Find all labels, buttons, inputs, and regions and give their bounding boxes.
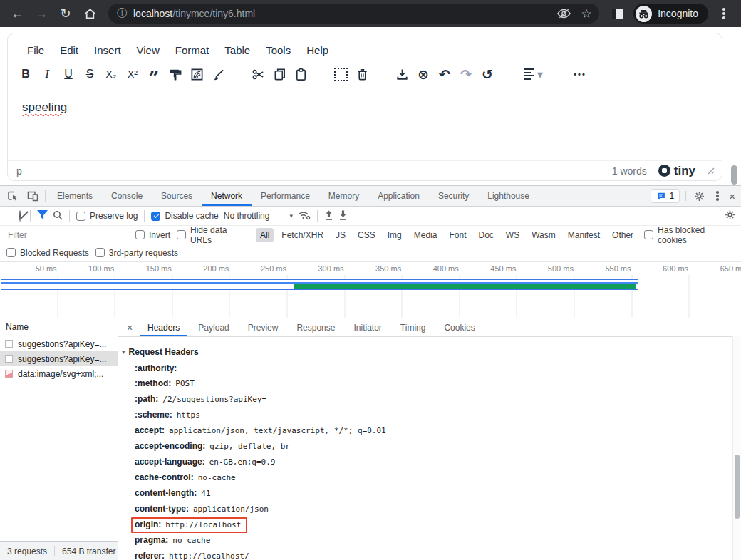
devtools-settings-button[interactable] [692, 191, 706, 202]
device-toolbar-button[interactable] [23, 186, 43, 206]
devtools-tab[interactable]: Elements [48, 186, 102, 206]
detail-tab[interactable]: Headers [138, 318, 189, 336]
network-conditions-button[interactable] [298, 210, 311, 222]
header-row[interactable]: :path:/2/suggestions?apiKey= [122, 392, 730, 408]
menu-item[interactable]: Edit [52, 41, 86, 59]
restore-draft-button[interactable]: ↺ [477, 63, 498, 85]
disable-cache-checkbox[interactable]: Disable cache [151, 211, 218, 221]
strikethrough-button[interactable]: S [79, 63, 100, 85]
devtools-tab[interactable]: Console [102, 186, 152, 206]
resource-type-filter[interactable]: Manifest [564, 228, 604, 242]
editor-content-area[interactable]: speeling [8, 89, 722, 160]
record-button[interactable] [6, 211, 11, 221]
detail-tab[interactable]: Preview [239, 318, 288, 336]
detail-tab[interactable]: Initiator [344, 318, 390, 336]
align-button[interactable]: ▾ [517, 63, 551, 85]
name-column-header[interactable]: Name [0, 318, 118, 336]
redo-button[interactable]: ↷ [455, 63, 477, 85]
resource-type-filter[interactable]: WS [502, 228, 524, 242]
underline-button[interactable]: U [58, 63, 79, 85]
misspelled-word[interactable]: speeling [22, 100, 67, 114]
header-row[interactable]: content-length:41 [122, 486, 730, 502]
request-row[interactable]: data:image/svg+xml;... [0, 366, 118, 381]
resource-type-filter[interactable]: Other [608, 228, 638, 242]
console-messages-badge[interactable]: 1 [651, 189, 680, 203]
resource-type-filter[interactable]: CSS [353, 228, 380, 242]
italic-button[interactable]: I [36, 63, 58, 85]
header-row[interactable]: accept:application/json, text/javascript… [122, 423, 730, 439]
brush-button[interactable] [207, 63, 229, 85]
clear-button[interactable] [16, 211, 24, 221]
header-row[interactable]: accept-language:en-GB,en;q=0.9 [122, 455, 730, 470]
header-row[interactable]: cache-control:no-cache [122, 470, 730, 486]
more-button[interactable]: ••• [569, 63, 591, 85]
cancel-button[interactable]: ⊗ [413, 63, 434, 85]
resource-type-filter[interactable]: All [256, 228, 274, 242]
subscript-button[interactable]: X₂ [100, 63, 122, 85]
detail-scrollbar[interactable] [732, 336, 741, 560]
filter-toggle-button[interactable] [37, 210, 48, 222]
search-button[interactable] [53, 210, 63, 222]
copy-button[interactable] [269, 63, 290, 85]
devtools-tab[interactable]: Security [429, 186, 478, 206]
request-row[interactable]: suggestions?apiKey=... [0, 351, 118, 366]
devtools-menu-button[interactable] [712, 195, 723, 197]
address-bar[interactable]: ⓘ localhost/tinymce/tiny6.html ☆ [108, 4, 599, 24]
side-panel-button[interactable] [606, 2, 629, 25]
word-count[interactable]: 1 words [612, 165, 647, 177]
inspect-element-button[interactable] [3, 186, 23, 206]
blocked-requests-checkbox[interactable]: Blocked Requests [6, 248, 89, 258]
export-har-button[interactable] [338, 210, 348, 222]
header-row[interactable]: origin:http://localhost [122, 517, 730, 533]
menu-item[interactable]: View [129, 41, 167, 59]
delete-button[interactable] [351, 63, 373, 85]
format-painter-button[interactable] [165, 63, 186, 85]
menu-item[interactable]: File [19, 41, 52, 59]
resource-type-filter[interactable]: Wasm [527, 228, 560, 242]
element-path[interactable]: p [16, 165, 22, 177]
home-button[interactable] [78, 2, 101, 25]
menu-item[interactable]: Insert [86, 41, 129, 59]
select-all-button[interactable] [330, 63, 351, 85]
resource-type-filter[interactable]: JS [331, 228, 350, 242]
header-row[interactable]: referer:http://localhost/ [122, 549, 730, 560]
blockquote-button[interactable]: ” [143, 63, 165, 85]
network-settings-button[interactable] [725, 209, 735, 222]
bookmark-button[interactable]: ☆ [576, 4, 596, 24]
header-row[interactable]: content-type:application/json [122, 502, 730, 517]
tracking-protection-button[interactable] [554, 4, 574, 24]
header-row[interactable]: accept-encoding:gzip, deflate, br [122, 439, 730, 455]
overview-selection[interactable] [1, 279, 638, 290]
detail-tab[interactable]: Payload [189, 318, 238, 336]
resource-type-filter[interactable]: Fetch/XHR [277, 228, 328, 242]
devtools-close-button[interactable]: × [729, 190, 735, 202]
network-overview-timeline[interactable]: 50 ms100 ms150 ms200 ms250 ms300 ms350 m… [0, 262, 741, 321]
superscript-button[interactable]: X² [122, 63, 143, 85]
detail-tab[interactable]: Timing [391, 318, 435, 336]
devtools-tab[interactable]: Lighthouse [478, 186, 539, 206]
close-detail-button[interactable]: × [121, 318, 138, 336]
back-button[interactable]: ← [6, 2, 28, 25]
export-button[interactable] [391, 63, 413, 85]
menu-item[interactable]: Format [167, 41, 217, 59]
resource-type-filter[interactable]: Font [445, 228, 470, 242]
has-blocked-cookies-checkbox[interactable]: Has blocked cookies [644, 225, 735, 245]
header-row[interactable]: :authority: [122, 361, 730, 376]
throttling-select[interactable]: No throttling ▾ [224, 211, 293, 221]
cut-button[interactable] [247, 63, 269, 85]
header-row[interactable]: :scheme:https [122, 408, 730, 423]
devtools-tab[interactable]: Sources [152, 186, 202, 206]
browser-menu-button[interactable] [712, 2, 735, 25]
invert-checkbox[interactable]: Invert [135, 230, 170, 240]
devtools-tab[interactable]: Application [368, 186, 429, 206]
request-row[interactable]: suggestions?apiKey=... [0, 336, 118, 351]
bold-button[interactable]: B [15, 63, 36, 85]
resource-type-filter[interactable]: Doc [474, 228, 497, 242]
page-scrollbar-thumb[interactable] [731, 165, 737, 185]
detail-tab[interactable]: Response [287, 318, 344, 336]
detail-scrollbar-thumb[interactable] [735, 455, 740, 519]
request-headers-section[interactable]: ▾ Request Headers [122, 343, 730, 361]
hide-data-urls-checkbox[interactable]: Hide data URLs [177, 225, 249, 245]
tiny-brand[interactable]: tiny [658, 164, 695, 178]
import-har-button[interactable] [324, 210, 333, 222]
